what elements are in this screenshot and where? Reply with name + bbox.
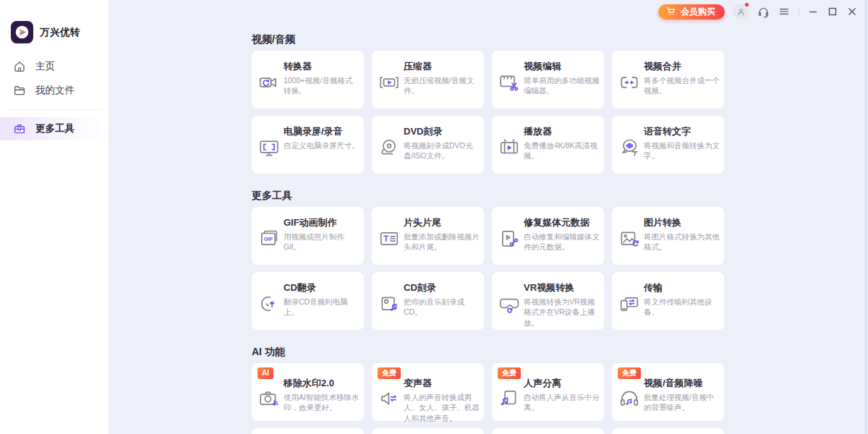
card-desc: 免费播放4K/8K高清视频。 (524, 140, 600, 161)
menu-icon[interactable] (778, 5, 791, 18)
gif-maker-icon: GIF (258, 228, 280, 250)
support-headset-button[interactable] (757, 5, 770, 18)
image-convert-icon (618, 228, 640, 250)
card-desc: 自定义电脑录屏尺寸。 (284, 140, 359, 150)
membership-buy-label: 会员购买 (681, 6, 715, 18)
sidebar-nav: 主页 我的文件 更多工具 (0, 55, 109, 141)
tool-card[interactable]: 电脑录屏/录音自定义电脑录屏尺寸。 (252, 116, 364, 174)
app-name: 万兴优转 (40, 26, 80, 39)
card-badge: 免费 (618, 367, 641, 379)
vr-convert-icon (498, 293, 520, 315)
svg-text:GIF: GIF (264, 236, 273, 242)
app-window: { "app": { "name": "万兴优转" }, "colors": {… (0, 0, 868, 434)
card-title: DVD刻录 (404, 125, 480, 138)
tool-card[interactable]: 视频合并将多个视频合并成一个视频。 (612, 51, 724, 109)
tool-card[interactable]: 免费视频/音频降噪批量处理视频/音频中的背景噪声。 (612, 363, 724, 421)
cd-rip-icon (258, 293, 280, 315)
tool-card[interactable]: GIFGIF动画制作用视频或照片制作Gif。 (252, 207, 364, 265)
scrollbar[interactable] (864, 0, 867, 434)
tool-card[interactable]: AI移除水印2.0使用AI智能技术移除水印，效果更好。 (252, 363, 364, 421)
sidebar-item-label: 更多工具 (35, 122, 75, 135)
section-title: 视频/音频 (252, 33, 725, 45)
card-title: 播放器 (524, 125, 600, 138)
card-desc: 将图片格式转换为其他格式。 (644, 231, 720, 252)
sidebar-item-my-files[interactable]: 我的文件 (0, 79, 109, 102)
converter-icon (258, 72, 280, 93)
app-logo: 万兴优转 (11, 21, 80, 43)
card-title: 移除水印2.0 (284, 377, 359, 390)
metadata-fix-icon (498, 228, 520, 250)
card-title: 视频/音频降噪 (644, 377, 720, 390)
titlebar-controls: 会员购买 (658, 4, 858, 20)
card-desc: 将视频刻录成DVD光盘/ISO文件。 (404, 140, 480, 161)
sidebar-divider (6, 109, 101, 110)
card-desc: 1000+视频/音频格式转换。 (284, 75, 359, 96)
card-badge: 免费 (378, 367, 401, 379)
card-title: 视频编辑 (524, 60, 600, 73)
home-icon (13, 60, 26, 73)
merge-icon (618, 72, 640, 93)
maximize-button[interactable] (827, 6, 838, 17)
card-title: 压缩器 (404, 60, 480, 73)
card-title: GIF动画制作 (284, 216, 359, 229)
tool-card[interactable]: 传输将文件传输到其他设备。 (612, 272, 724, 330)
speech-to-text-icon (618, 137, 640, 158)
tool-card[interactable]: 片头片尾批量添加或删除视频片头和片尾。 (372, 207, 484, 265)
watermark-remove-icon (258, 388, 280, 409)
card-title: 片头片尾 (404, 216, 480, 229)
vocal-remover-icon (498, 388, 520, 409)
close-button[interactable] (846, 6, 858, 17)
tool-card[interactable]: CD刻录把你的音乐刻录成CD。 (372, 272, 484, 330)
card-grid: AI移除水印2.0使用AI智能技术移除水印，效果更好。免费变声器将人的声音转换成… (252, 363, 725, 434)
tool-card[interactable]: 压缩器无损压缩视频/音频文件。 (372, 51, 484, 109)
tools-section: 更多工具GIFGIF动画制作用视频或照片制作Gif。片头片尾批量添加或删除视频片… (252, 190, 725, 330)
tool-card-partial[interactable] (372, 428, 484, 434)
tool-card[interactable]: 图片转换将图片格式转换为其他格式。 (612, 207, 724, 265)
card-desc: 使用AI智能技术移除水印，效果更好。 (284, 392, 359, 413)
transfer-icon (618, 293, 640, 315)
video-edit-icon (498, 72, 520, 93)
minimize-button[interactable] (807, 6, 819, 17)
membership-buy-button[interactable]: 会员购买 (658, 4, 725, 20)
card-desc: 无损压缩视频/音频文件。 (404, 75, 480, 96)
tools-section: 视频/音频转换器1000+视频/音频格式转换。压缩器无损压缩视频/音频文件。视频… (252, 33, 725, 174)
tool-card[interactable]: 修复媒体元数据自动修复和编辑媒体文件的元数据。 (492, 207, 604, 265)
tool-card[interactable]: 视频编辑简单易用的多功能视频编辑器。 (492, 51, 604, 109)
section-title: AI 功能 (252, 346, 725, 357)
tool-card[interactable]: VR视频转换将视频转换为VR视频格式并在VR设备上播放。 (492, 272, 604, 330)
tool-card[interactable]: 播放器免费播放4K/8K高清视频。 (492, 116, 604, 174)
card-title: 转换器 (284, 60, 359, 73)
card-grid: GIFGIF动画制作用视频或照片制作Gif。片头片尾批量添加或删除视频片头和片尾… (252, 207, 725, 330)
tool-card[interactable]: 转换器1000+视频/音频格式转换。 (252, 51, 364, 109)
card-desc: 简单易用的多功能视频编辑器。 (524, 75, 600, 96)
tool-card[interactable]: CD翻录翻录CD音频到电脑上。 (252, 272, 364, 330)
card-desc: 把你的音乐刻录成CD。 (404, 297, 480, 318)
user-avatar-button[interactable] (733, 4, 749, 20)
tools-section: AI 功能AI移除水印2.0使用AI智能技术移除水印，效果更好。免费变声器将人的… (252, 346, 725, 434)
tool-card[interactable]: 免费人声分离自动将人声从音乐中分离。 (492, 363, 604, 421)
tool-card[interactable]: DVD刻录将视频刻录成DVD光盘/ISO文件。 (372, 116, 484, 174)
tool-card[interactable]: 语音转文字将视频和音频转换为文字。 (612, 116, 724, 174)
tool-card-partial[interactable] (612, 428, 724, 434)
toolbox-icon (13, 122, 26, 135)
screen-record-icon (258, 137, 280, 158)
card-badge: AI (258, 367, 273, 379)
tool-card-partial[interactable] (252, 428, 364, 434)
card-desc: 将视频和音频转换为文字。 (644, 140, 720, 161)
sidebar-item-label: 主页 (35, 60, 55, 73)
card-desc: 用视频或照片制作Gif。 (284, 231, 359, 252)
card-desc: 批量处理视频/音频中的背景噪声。 (644, 392, 720, 413)
cart-icon (666, 7, 676, 17)
sidebar-item-home[interactable]: 主页 (0, 55, 109, 78)
card-title: CD刻录 (404, 281, 480, 294)
sidebar: 万兴优转 主页 我的文件 (0, 0, 109, 434)
card-title: VR视频转换 (524, 281, 600, 294)
card-title: 语音转文字 (644, 125, 720, 138)
denoise-icon (618, 388, 640, 409)
dvd-burn-icon (378, 137, 400, 158)
tool-card-partial[interactable] (492, 428, 604, 434)
sidebar-item-more-tools[interactable]: 更多工具 (0, 117, 100, 140)
card-desc: 批量添加或删除视频片头和片尾。 (404, 231, 480, 252)
tool-card[interactable]: 免费变声器将人的声音转换成男人、女人、孩子、机器人和其他声音。 (372, 363, 484, 421)
card-title: 图片转换 (644, 216, 720, 229)
